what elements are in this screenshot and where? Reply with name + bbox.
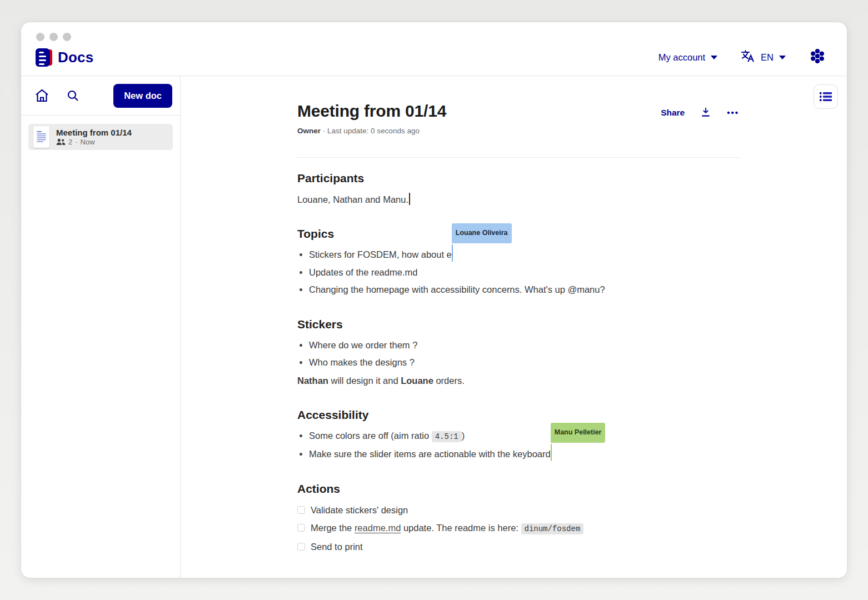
task-item: Validate stickers' design [297, 501, 739, 519]
app-window: Docs My account EN [21, 22, 847, 578]
chevron-down-icon [711, 56, 717, 59]
sidebar: New doc [21, 76, 181, 578]
task-checkbox[interactable] [297, 524, 305, 532]
document-actions: Share ••• [661, 102, 739, 118]
list-item: Who makes the designs ? [309, 354, 739, 372]
docs-logo-icon [36, 48, 52, 67]
remote-caret [551, 444, 552, 461]
chevron-down-icon [779, 56, 786, 59]
window-dot[interactable] [63, 33, 71, 41]
list-item: Changing the homepage with accessibility… [309, 281, 739, 299]
app-name: Docs [58, 49, 93, 66]
doc-list-item[interactable]: Meeting from 01/14 2 · Now [28, 124, 173, 150]
document-icon [33, 126, 49, 148]
inline-code: dinum/fosdem [521, 523, 584, 534]
remote-user-label: Louane Oliveira [452, 223, 512, 244]
language-code: EN [761, 52, 774, 63]
list-item: Make sure the slider items are actionabl… [309, 446, 739, 463]
la-suite-apps-button[interactable] [809, 48, 826, 67]
app-grid-icon [809, 48, 826, 67]
app-logo[interactable]: Docs [36, 48, 93, 67]
main-area: Meeting from 01/14 Share ••• [181, 76, 847, 578]
list-item: Updates of the readme.md [309, 264, 739, 282]
list-item: Some colors are off (aim ratio 4.5:1) [309, 427, 739, 446]
owner-badge: Owner [297, 127, 321, 135]
stickers-list: Where do we order them ? Who makes the d… [297, 337, 739, 372]
window-dot[interactable] [36, 33, 44, 41]
list-icon [820, 92, 832, 102]
my-account-label: My account [659, 52, 705, 63]
readme-link[interactable]: readme.md [355, 523, 401, 533]
document-title[interactable]: Meeting from 01/14 [297, 102, 446, 121]
heading-accessibility: Accessibility [297, 408, 739, 422]
title-divider [297, 157, 739, 158]
remote-user-label: Manu Pelletier [551, 423, 606, 443]
my-account-dropdown[interactable]: My account [659, 52, 717, 63]
document-meta: Owner · Last update: 0 seconds ago [297, 127, 739, 135]
doc-list: Meeting from 01/14 2 · Now [21, 116, 180, 158]
table-of-contents-button[interactable] [814, 84, 838, 109]
window-titlebar [21, 22, 847, 41]
task-list: Validate stickers' design Merge the read… [297, 501, 739, 556]
search-icon [66, 89, 79, 102]
search-button[interactable] [66, 89, 79, 102]
remote-caret [452, 244, 453, 262]
topics-list: Stickers for FOSDEM, how about eLouane O… [297, 246, 739, 299]
stickers-summary: Nathan will design it and Louane orders. [297, 372, 739, 389]
header-controls: My account EN [659, 48, 826, 67]
doc-item-title: Meeting from 01/14 [56, 128, 132, 137]
document-editor[interactable]: Participants Louane, Nathan and Manu. To… [297, 172, 739, 578]
doc-item-meta: 2 · Now [56, 138, 132, 146]
translate-icon [741, 49, 755, 65]
task-item: Merge the readme.md update. The readme i… [297, 519, 739, 538]
home-icon [34, 88, 49, 103]
more-options-button[interactable]: ••• [727, 108, 739, 117]
task-checkbox[interactable] [297, 543, 305, 551]
sidebar-toolbar: New doc [21, 76, 180, 116]
app-header: Docs My account EN [21, 41, 847, 76]
window-dot[interactable] [49, 33, 58, 41]
task-checkbox[interactable] [297, 506, 305, 514]
language-dropdown[interactable]: EN [741, 49, 786, 65]
heading-stickers: Stickers [297, 318, 739, 331]
download-button[interactable] [700, 107, 711, 118]
list-item: Stickers for FOSDEM, how about eLouane O… [309, 246, 739, 264]
heading-topics: Topics [297, 227, 739, 241]
heading-participants: Participants [297, 172, 739, 185]
list-item: Where do we order them ? [309, 337, 739, 354]
text-cursor [409, 193, 410, 205]
last-update-text: Last update: 0 seconds ago [327, 127, 420, 135]
task-item: Send to print [297, 538, 739, 556]
accessibility-list: Some colors are off (aim ratio 4.5:1) Ma… [297, 427, 739, 463]
heading-actions: Actions [297, 482, 739, 496]
doc-members-count: 2 [68, 138, 72, 146]
participants-text: Louane, Nathan and Manu. [297, 191, 739, 208]
share-button[interactable]: Share [661, 108, 685, 118]
doc-updated: Now [81, 138, 95, 146]
home-button[interactable] [34, 88, 49, 103]
two-people-icon [56, 138, 66, 146]
new-doc-button[interactable]: New doc [113, 84, 172, 108]
download-icon [700, 107, 711, 118]
inline-code: 4.5:1 [432, 431, 462, 442]
